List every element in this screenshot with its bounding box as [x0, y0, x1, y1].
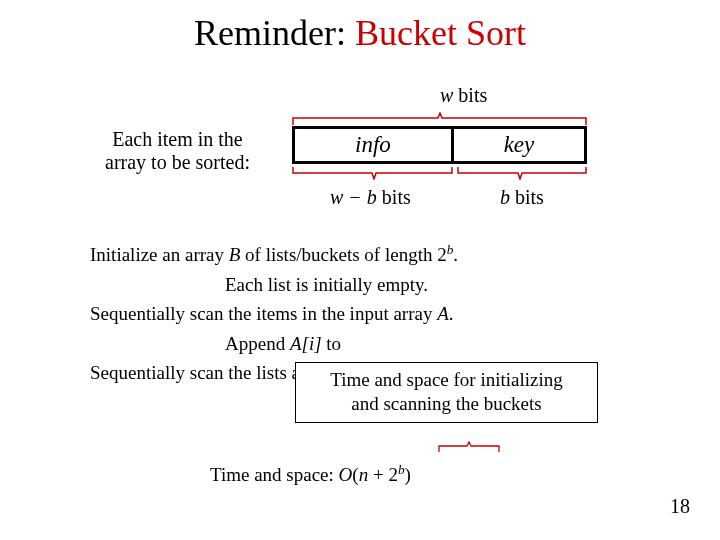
- record-key: key: [454, 129, 584, 161]
- b-var: b: [500, 186, 510, 208]
- time-space-line: Time and space: O(n + 2b): [210, 462, 411, 486]
- callout-l1: Time and space for initializing: [302, 368, 591, 392]
- record-info: info: [295, 129, 454, 161]
- each-item-label: Each item in the array to be sorted:: [80, 128, 275, 174]
- ts-base: 2: [388, 464, 398, 485]
- body-line-3: Sequentially scan the items in the input…: [90, 299, 680, 328]
- l4b: A[i]: [290, 333, 322, 354]
- w-bits-word: bits: [453, 84, 487, 106]
- ts-O: O: [339, 464, 353, 485]
- wmb-word: bits: [377, 186, 411, 208]
- l1c: of lists/buckets of length: [240, 244, 437, 265]
- record-box: info key: [292, 126, 587, 164]
- top-bracket: [292, 112, 587, 126]
- l4c: to: [322, 333, 342, 354]
- title-black: Reminder:: [194, 13, 355, 53]
- body-line-1: Initialize an array B of lists/buckets o…: [90, 240, 680, 270]
- l3c: .: [449, 303, 454, 324]
- wmb-expr: w − b: [330, 186, 377, 208]
- body-line-4: Append A[i] to: [90, 329, 680, 358]
- callout-box: Time and space for initializing and scan…: [295, 362, 598, 423]
- bottom-brackets: [292, 166, 587, 180]
- w-var: w: [440, 84, 453, 106]
- w-bits-label: w bits: [440, 84, 487, 107]
- ts-n: n: [359, 464, 369, 485]
- l1a: Initialize an array: [90, 244, 229, 265]
- l3a: Sequentially scan the items in the input…: [90, 303, 437, 324]
- ts-bracket: [438, 441, 500, 453]
- each-item-l2: array to be sorted:: [80, 151, 275, 174]
- title-red: Bucket Sort: [355, 13, 526, 53]
- ts-label: Time and space:: [210, 464, 339, 485]
- ts-exp: b: [398, 462, 405, 477]
- each-item-l1: Each item in the: [80, 128, 275, 151]
- ts-plus: +: [368, 464, 388, 485]
- l3b: A: [437, 303, 449, 324]
- callout-l2: and scanning the buckets: [302, 392, 591, 416]
- slide-title: Reminder: Bucket Sort: [0, 12, 720, 54]
- ts-close: ): [405, 464, 411, 485]
- body-line-2: Each list is initially empty.: [90, 270, 680, 299]
- l1e: .: [453, 244, 458, 265]
- w-minus-b-label: w − b bits: [330, 186, 411, 209]
- b-bits-label: b bits: [500, 186, 544, 209]
- l4a: Append: [225, 333, 290, 354]
- l1b: B: [229, 244, 241, 265]
- l1d-base: 2: [437, 244, 447, 265]
- slide-number: 18: [670, 495, 690, 518]
- b-word: bits: [510, 186, 544, 208]
